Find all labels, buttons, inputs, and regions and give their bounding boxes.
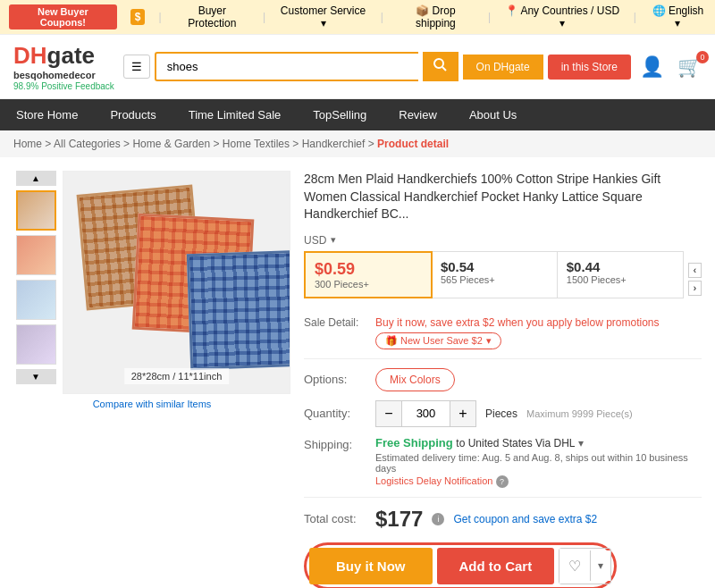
banner-sep1: | (158, 11, 161, 23)
nav-store-home[interactable]: Store Home (0, 99, 94, 130)
image-col: ▲ ▼ (13, 171, 290, 394)
options-row: Options: Mix Colors (304, 368, 702, 391)
price-cell-1[interactable]: $0.59 300 Pieces+ (304, 251, 433, 298)
price-tier-3: 1500 Pieces+ (567, 274, 674, 285)
nav-about-us[interactable]: About Us (453, 99, 533, 130)
logistics-note[interactable]: Logistics Delay Notification ? (375, 475, 702, 488)
breadcrumb-home-garden[interactable]: Home & Garden (132, 138, 210, 150)
svg-point-0 (434, 59, 443, 68)
add-to-cart-button[interactable]: Add to Cart (437, 548, 555, 584)
logistics-note-text: Logistics Delay Notification (375, 475, 492, 486)
price-tier-2: 565 Pieces+ (441, 274, 548, 285)
thumbnail-1[interactable] (16, 190, 56, 231)
mix-colors-option[interactable]: Mix Colors (375, 368, 455, 391)
customer-service[interactable]: Customer Service ▾ (279, 4, 367, 29)
action-buttons-highlight: Buy it Now Add to Cart ♡ ▾ (304, 542, 617, 588)
hamburger-button[interactable]: ☰ (123, 55, 150, 79)
drop-shipping: 📦 Drop shipping (397, 4, 475, 29)
cart-badge: 0 (696, 51, 709, 63)
nav-time-limited[interactable]: Time Limited Sale (172, 99, 298, 130)
user-icon[interactable]: 👤 (640, 55, 664, 79)
quantity-input[interactable] (401, 401, 450, 426)
feedback-text: 98.9% Positive Feedback (13, 81, 114, 91)
main-nav: Store Home Products Time Limited Sale To… (0, 99, 715, 130)
image-size-label: 28*28cm / 11*11inch (124, 368, 230, 384)
shipping-label: Shipping: (304, 436, 366, 451)
image-section: ▲ ▼ (13, 171, 290, 588)
price-amount-1: $0.59 (315, 260, 422, 279)
hanky-3 (187, 250, 290, 370)
quantity-label: Quantity: (304, 407, 366, 420)
quantity-decrease-button[interactable]: − (376, 401, 401, 426)
shipping-drop-icon[interactable]: ▾ (578, 437, 584, 449)
quantity-row: Quantity: − + Pieces Maximum 9999 Piece(… (304, 400, 702, 427)
buyer-protection: Buyer Protection (175, 4, 250, 29)
sale-text: Buy it now, save extra $2 when you apply… (375, 316, 660, 329)
price-amount-3: $0.44 (567, 259, 674, 274)
header-icons: 👤 🛒 0 (640, 55, 702, 79)
total-info-icon[interactable]: i (432, 513, 444, 525)
currency-dropdown[interactable]: ▾ (331, 234, 336, 246)
header: DHgate besqohomedecor 98.9% Positive Fee… (0, 35, 715, 99)
coupon-link[interactable]: Get coupon and save extra $2 (453, 513, 597, 525)
breadcrumb: Home > All Categories > Home & Garden > … (0, 130, 715, 157)
breadcrumb-handkerchief[interactable]: Handkerchief (302, 138, 366, 150)
top-banner: New Buyer Coupons! $ | Buyer Protection … (0, 0, 715, 35)
wishlist-dropdown[interactable]: ▾ (590, 550, 610, 581)
thumbnail-3[interactable] (16, 280, 56, 320)
breadcrumb-home[interactable]: Home (13, 138, 42, 150)
sale-content: Buy it now, save extra $2 when you apply… (375, 316, 660, 349)
wishlist-group: ♡ ▾ (559, 548, 611, 584)
price-table: $0.59 300 Pieces+ $0.54 565 Pieces+ $0.4… (304, 251, 684, 298)
store-name[interactable]: besqohomedecor (13, 70, 114, 80)
product-area: ▲ ▼ (0, 157, 715, 588)
price-prev-button[interactable]: ‹ (688, 263, 702, 278)
wishlist-button[interactable]: ♡ (559, 549, 590, 584)
thumb-down-button[interactable]: ▼ (16, 369, 56, 384)
coupon-badge[interactable]: New Buyer Coupons! (9, 4, 117, 29)
price-tier-1: 300 Pieces+ (315, 279, 422, 290)
buy-now-button[interactable]: Buy it Now (309, 548, 433, 584)
price-cell-2[interactable]: $0.54 565 Pieces+ (432, 252, 558, 298)
nav-top-selling[interactable]: TopSelling (297, 99, 383, 130)
compare-link[interactable]: Compare with similar Items (13, 399, 290, 409)
product-title: 28cm Men Plaid Handkerchiefs 100% Cotton… (304, 171, 702, 223)
total-cost-label: Total cost: (304, 512, 366, 525)
price-nav: ‹ › (688, 263, 702, 296)
sale-badge-chevron: ▾ (486, 335, 492, 347)
location-selector[interactable]: 📍 Any Countries / USD ▾ (504, 4, 620, 29)
nav-review[interactable]: Review (383, 99, 453, 130)
quantity-control: − + (375, 400, 476, 427)
quantity-max: Maximum 9999 Piece(s) (526, 408, 633, 419)
sale-badge-text: 🎁 New User Save $2 (385, 335, 483, 347)
total-cost-row: Total cost: $177 i Get coupon and save e… (304, 507, 702, 532)
quantity-increase-button[interactable]: + (450, 401, 475, 426)
language-selector[interactable]: 🌐 English ▾ (650, 4, 706, 29)
price-cell-3[interactable]: $0.44 1500 Pieces+ (558, 252, 683, 298)
in-store-button[interactable]: in this Store (548, 55, 631, 80)
search-input[interactable] (155, 52, 418, 81)
shipping-date: Estimated delivery time: Aug. 5 and Aug.… (375, 452, 702, 474)
product-image: 28*28cm / 11*11inch (63, 172, 290, 393)
breadcrumb-all-categories[interactable]: All Categories (54, 138, 121, 150)
free-shipping-text: Free Shipping (375, 436, 453, 449)
nav-products[interactable]: Products (94, 99, 172, 130)
on-dhgate-button[interactable]: On DHgate (463, 55, 543, 80)
total-amount: $177 (375, 507, 423, 532)
logistics-info-icon[interactable]: ? (496, 475, 509, 488)
price-next-button[interactable]: › (688, 281, 702, 296)
thumbnail-2[interactable] (16, 235, 56, 275)
breadcrumb-home-textiles[interactable]: Home Textiles (223, 138, 290, 150)
price-amount-2: $0.54 (441, 259, 548, 274)
thumbnail-4[interactable] (16, 324, 56, 365)
search-button[interactable] (423, 52, 458, 81)
sale-detail-row: Sale Detail: Buy it now, save extra $2 w… (304, 316, 702, 349)
svg-line-1 (442, 67, 446, 71)
cart-icon[interactable]: 🛒 0 (677, 55, 702, 79)
thumb-up-button[interactable]: ▲ (16, 171, 56, 186)
logo[interactable]: DHgate besqohomedecor 98.9% Positive Fee… (13, 42, 114, 91)
sale-badge[interactable]: 🎁 New User Save $2 ▾ (375, 332, 501, 349)
shipping-dest: to United States Via DHL (456, 437, 575, 449)
product-info: 28cm Men Plaid Handkerchiefs 100% Cotton… (304, 171, 702, 588)
breadcrumb-current: Product detail (377, 138, 449, 150)
